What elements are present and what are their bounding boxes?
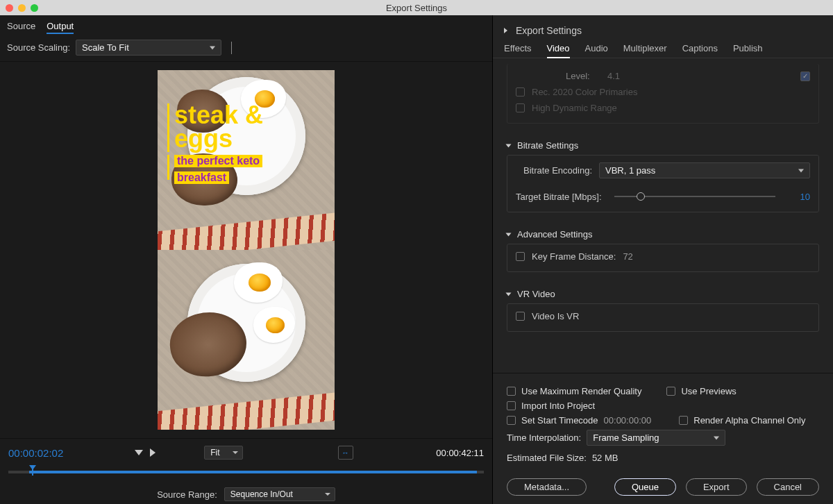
window-title: Export Settings bbox=[0, 3, 833, 13]
time-interpolation-label: Time Interpolation: bbox=[507, 432, 581, 443]
text-cursor-icon bbox=[231, 42, 232, 54]
render-alpha-label: Render Alpha Channel Only bbox=[693, 415, 805, 426]
source-range-label: Source Range: bbox=[157, 489, 217, 500]
target-bitrate-label: Target Bitrate [Mbps]: bbox=[516, 192, 607, 202]
keyframe-label: Key Frame Distance: bbox=[532, 251, 616, 262]
chevron-down-icon[interactable] bbox=[506, 292, 512, 296]
source-scaling-label: Source Scaling: bbox=[7, 42, 70, 53]
render-alpha-checkbox[interactable] bbox=[679, 416, 688, 425]
tab-captions[interactable]: Captions bbox=[682, 43, 718, 53]
output-preview: steak & eggs the perfect keto breakfast bbox=[158, 70, 335, 430]
tab-audio[interactable]: Audio bbox=[585, 43, 608, 53]
set-start-timecode-label: Set Start Timecode bbox=[521, 415, 598, 426]
keyframe-value: 72 bbox=[623, 251, 632, 262]
duration-timecode: 00:00:42:11 bbox=[436, 448, 484, 458]
preview-tabs: Source Output bbox=[0, 15, 492, 37]
bitrate-encoding-dropdown[interactable]: VBR, 1 pass bbox=[599, 162, 810, 178]
tab-video[interactable]: Video bbox=[547, 43, 570, 53]
vr-section-header: VR Video bbox=[517, 289, 555, 299]
queue-button[interactable]: Queue bbox=[614, 478, 676, 496]
play-icon[interactable] bbox=[150, 448, 155, 457]
aspect-ratio-icon[interactable]: ↔ bbox=[338, 446, 353, 460]
hdr-label: High Dynamic Range bbox=[532, 103, 617, 113]
chevron-down-icon[interactable] bbox=[506, 233, 512, 236]
vr-label: Video Is VR bbox=[532, 311, 579, 321]
prev-frame-icon[interactable] bbox=[135, 450, 143, 455]
settings-tabs: Effects Video Audio Multiplexer Captions… bbox=[493, 43, 833, 58]
level-label: Level: bbox=[566, 71, 600, 81]
advanced-section-header: Advanced Settings bbox=[517, 229, 592, 240]
chevron-right-icon[interactable] bbox=[504, 28, 507, 33]
use-previews-label: Use Previews bbox=[681, 386, 736, 396]
set-start-timecode-value: 00:00:00:00 bbox=[604, 415, 652, 426]
keyframe-checkbox[interactable] bbox=[516, 252, 525, 261]
window-titlebar: Export Settings bbox=[0, 0, 833, 15]
timeline-scrubber[interactable] bbox=[8, 467, 484, 476]
use-max-quality-checkbox[interactable] bbox=[507, 387, 516, 396]
use-previews-checkbox[interactable] bbox=[666, 387, 675, 396]
bitrate-encoding-label: Bitrate Encoding: bbox=[516, 165, 592, 176]
settings-panel: Export Settings Effects Video Audio Mult… bbox=[493, 15, 833, 504]
tab-output[interactable]: Output bbox=[47, 21, 74, 34]
set-start-timecode-checkbox[interactable] bbox=[507, 416, 516, 425]
preview-panel: Source Output Source Scaling: Scale To F… bbox=[0, 15, 493, 504]
current-timecode[interactable]: 00:00:02:02 bbox=[8, 447, 63, 459]
level-checkbox[interactable]: ✓ bbox=[800, 72, 810, 81]
bitrate-section-header: Bitrate Settings bbox=[517, 140, 578, 151]
export-button[interactable]: Export bbox=[686, 478, 747, 496]
import-project-label: Import Into Project bbox=[521, 401, 595, 411]
vr-checkbox[interactable] bbox=[516, 312, 525, 321]
import-project-checkbox[interactable] bbox=[507, 401, 516, 410]
target-bitrate-value[interactable]: 10 bbox=[789, 192, 810, 202]
target-bitrate-slider[interactable] bbox=[614, 191, 775, 202]
source-scaling-dropdown[interactable]: Scale To Fit bbox=[76, 40, 221, 56]
rec2020-checkbox[interactable] bbox=[516, 87, 525, 96]
rec2020-label: Rec. 2020 Color Primaries bbox=[532, 87, 637, 97]
zoom-fit-dropdown[interactable]: Fit bbox=[204, 446, 243, 460]
use-max-quality-label: Use Maximum Render Quality bbox=[521, 386, 641, 396]
tab-publish[interactable]: Publish bbox=[733, 43, 763, 53]
preview-title-overlay: steak & eggs the perfect keto breakfast bbox=[167, 103, 263, 184]
export-settings-header: Export Settings bbox=[516, 25, 582, 36]
tab-multiplexer[interactable]: Multiplexer bbox=[623, 43, 667, 53]
tab-source[interactable]: Source bbox=[7, 21, 35, 34]
source-range-dropdown[interactable]: Sequence In/Out bbox=[224, 487, 335, 501]
estimated-size-value: 52 MB bbox=[592, 453, 619, 463]
tab-effects[interactable]: Effects bbox=[504, 43, 532, 53]
level-value: 4.1 bbox=[607, 71, 620, 81]
playhead-icon[interactable] bbox=[29, 465, 36, 476]
estimated-size-label: Estimated File Size: bbox=[507, 453, 587, 463]
hdr-checkbox[interactable] bbox=[516, 103, 525, 112]
metadata-button[interactable]: Metadata... bbox=[507, 478, 587, 496]
chevron-down-icon[interactable] bbox=[506, 144, 512, 147]
cancel-button[interactable]: Cancel bbox=[757, 478, 819, 496]
time-interpolation-dropdown[interactable]: Frame Sampling bbox=[587, 430, 725, 446]
